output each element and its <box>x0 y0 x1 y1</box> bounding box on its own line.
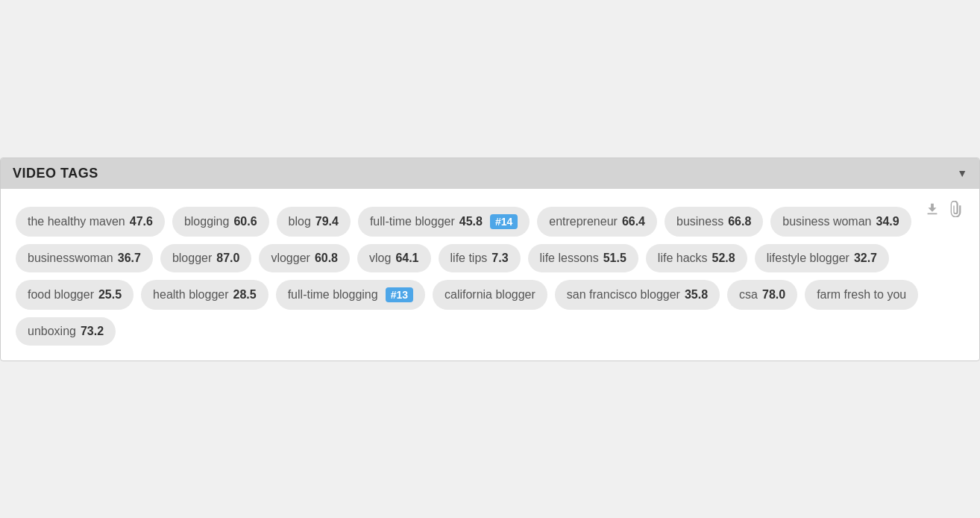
video-tags-widget: VIDEO TAGS ▼ the healthy maven47.6bloggi… <box>0 157 980 361</box>
tag-full-time-blogging[interactable]: full-time blogging#13 <box>276 280 425 310</box>
tag-life-lessons[interactable]: life lessons51.5 <box>528 244 638 272</box>
tag-business-woman-label: business woman <box>782 215 871 228</box>
tag-health-blogger-score: 28.5 <box>233 288 257 302</box>
tag-unboxing-score: 73.2 <box>81 325 104 338</box>
tag-blogging[interactable]: blogging60.6 <box>172 207 269 237</box>
tag-businesswoman-label: businesswoman <box>28 252 113 265</box>
tag-businesswoman[interactable]: businesswoman36.7 <box>16 244 153 272</box>
tag-health-blogger-label: health blogger <box>153 288 228 302</box>
tag-entrepreneur[interactable]: entrepreneur66.4 <box>537 207 657 237</box>
tag-blog-score: 79.4 <box>315 215 339 228</box>
tag-life-tips-score: 7.3 <box>491 252 508 265</box>
tag-life-lessons-score: 51.5 <box>603 252 626 265</box>
tag-blog[interactable]: blog79.4 <box>277 207 351 237</box>
tag-farm-fresh[interactable]: farm fresh to you <box>805 280 918 310</box>
tag-health-blogger[interactable]: health blogger28.5 <box>141 280 268 310</box>
widget-body: the healthy maven47.6blogging60.6blog79.… <box>1 189 979 361</box>
tag-business[interactable]: business66.8 <box>665 207 763 237</box>
tag-san-francisco-blogger-label: san francisco blogger <box>567 288 680 302</box>
tag-full-time-blogger-badge: #14 <box>490 214 518 229</box>
tag-full-time-blogging-label: full-time blogging <box>288 288 378 302</box>
tag-food-blogger[interactable]: food blogger25.5 <box>16 280 134 310</box>
tag-business-label: business <box>676 215 723 228</box>
tag-entrepreneur-score: 66.4 <box>622 215 645 228</box>
tag-csa-score: 78.0 <box>762 288 785 302</box>
collapse-button[interactable]: ▼ <box>957 167 967 179</box>
tag-life-tips[interactable]: life tips7.3 <box>439 244 521 272</box>
tag-blogger[interactable]: blogger87.0 <box>160 244 252 272</box>
tag-full-time-blogger-score: 45.8 <box>459 215 483 228</box>
tag-vlog-label: vlog <box>369 252 391 265</box>
tag-unboxing[interactable]: unboxing73.2 <box>16 317 116 346</box>
tag-business-woman[interactable]: business woman34.9 <box>770 207 911 237</box>
tag-unboxing-label: unboxing <box>28 325 76 338</box>
tag-entrepreneur-label: entrepreneur <box>549 215 618 228</box>
tag-blogging-label: blogging <box>184 215 230 228</box>
tag-life-hacks-score: 52.8 <box>712 252 735 265</box>
tag-life-tips-label: life tips <box>450 252 488 265</box>
tag-lifestyle-blogger-score: 32.7 <box>854 252 877 265</box>
download-icon[interactable] <box>924 201 940 217</box>
tag-vlogger-score: 60.8 <box>315 252 338 265</box>
tag-blog-label: blog <box>289 215 311 228</box>
tag-california-blogger[interactable]: california blogger <box>433 280 547 310</box>
tag-vlog[interactable]: vlog64.1 <box>357 244 431 272</box>
action-icons <box>924 201 964 217</box>
tag-full-time-blogger[interactable]: full-time blogger45.8#14 <box>358 207 530 237</box>
tag-businesswoman-score: 36.7 <box>118 252 141 265</box>
tag-csa-label: csa <box>739 288 758 302</box>
tag-lifestyle-blogger[interactable]: lifestyle blogger32.7 <box>755 244 889 272</box>
tag-california-blogger-label: california blogger <box>445 288 535 302</box>
tag-san-francisco-blogger[interactable]: san francisco blogger35.8 <box>555 280 720 310</box>
widget-header: VIDEO TAGS ▼ <box>1 158 979 189</box>
tag-business-score: 66.8 <box>728 215 751 228</box>
tag-vlogger[interactable]: vlogger60.8 <box>259 244 350 272</box>
tag-blogger-label: blogger <box>172 252 212 265</box>
tag-food-blogger-label: food blogger <box>28 288 94 302</box>
tag-healthy-maven-label: the healthy maven <box>28 215 125 228</box>
tag-business-woman-score: 34.9 <box>876 215 899 228</box>
paperclip-icon[interactable] <box>948 201 964 217</box>
tag-lifestyle-blogger-label: lifestyle blogger <box>767 252 849 265</box>
tags-container: the healthy maven47.6blogging60.6blog79.… <box>16 201 964 346</box>
tag-full-time-blogging-badge: #13 <box>386 287 413 302</box>
tag-farm-fresh-label: farm fresh to you <box>817 288 906 302</box>
tag-life-hacks[interactable]: life hacks52.8 <box>646 244 747 272</box>
tag-life-lessons-label: life lessons <box>540 252 599 265</box>
tag-healthy-maven-score: 47.6 <box>130 215 153 228</box>
tag-life-hacks-label: life hacks <box>658 252 708 265</box>
tag-san-francisco-blogger-score: 35.8 <box>685 288 708 302</box>
tag-vlog-score: 64.1 <box>395 252 418 265</box>
tag-csa[interactable]: csa78.0 <box>727 280 797 310</box>
tag-blogger-score: 87.0 <box>216 252 239 265</box>
tag-healthy-maven[interactable]: the healthy maven47.6 <box>16 207 165 237</box>
tag-full-time-blogger-label: full-time blogger <box>370 215 455 228</box>
widget-title: VIDEO TAGS <box>13 166 98 181</box>
tag-blogging-score: 60.6 <box>233 215 257 228</box>
tag-food-blogger-score: 25.5 <box>98 288 122 302</box>
tag-vlogger-label: vlogger <box>271 252 310 265</box>
